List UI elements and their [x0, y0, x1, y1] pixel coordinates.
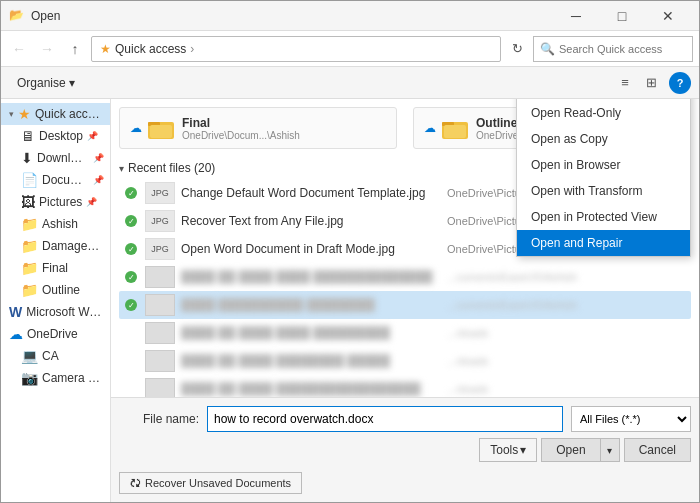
- documents-icon: 📄: [21, 172, 38, 188]
- folder-icon: 📁: [21, 216, 38, 232]
- dropdown-item-open-read-only[interactable]: Open Read-Only: [517, 100, 690, 126]
- sidebar-item-ca[interactable]: 💻 CA: [1, 345, 110, 367]
- open-button[interactable]: Open: [541, 438, 599, 462]
- search-input[interactable]: [559, 43, 686, 55]
- file-status: ✓: [123, 299, 139, 311]
- sidebar-item-label: Desktop: [39, 129, 83, 143]
- recover-label: Recover Unsaved Documents: [145, 477, 291, 489]
- sidebar-item-outline[interactable]: 📁 Outline: [1, 279, 110, 301]
- pc-icon: 💻: [21, 348, 38, 364]
- file-thumbnail: JPG: [145, 238, 175, 260]
- filename-row: File name: All Files (*.*): [119, 406, 691, 432]
- svg-rect-2: [150, 125, 172, 138]
- sidebar-item-label: Camera Roll: [42, 371, 104, 385]
- sidebar-item-label: CA: [42, 349, 59, 363]
- file-path: ...cuments\EaseUS\Ashish: [447, 271, 687, 283]
- file-name: ████ ██ ████ ████ ██████████████: [181, 270, 441, 284]
- back-button[interactable]: ←: [7, 37, 31, 61]
- dropdown-item-open-in-protected[interactable]: Open in Protected View: [517, 204, 690, 230]
- quick-access-icon: ★: [18, 106, 31, 122]
- sidebar-item-label: Downloads: [37, 151, 89, 165]
- pinned-item-name: Final: [182, 116, 300, 130]
- file-status: ✓: [123, 243, 139, 255]
- pictures-icon: 🖼: [21, 194, 35, 210]
- dialog-icon: 📂: [9, 8, 25, 24]
- pinned-item-final[interactable]: ☁ Final OneDrive\Docum...\Ashish: [119, 107, 397, 149]
- onedrive-icon: ☁: [9, 326, 23, 342]
- sidebar-item-damaged[interactable]: 📁 Damaged Docu…: [1, 235, 110, 257]
- sidebar-item-label: OneDrive: [27, 327, 78, 341]
- dropdown-item-open-as-copy[interactable]: Open as Copy: [517, 126, 690, 152]
- path-arrow: ›: [190, 42, 194, 56]
- minimize-button[interactable]: ─: [553, 1, 599, 31]
- dropdown-item-open-with-transform[interactable]: Open with Transform: [517, 178, 690, 204]
- open-dialog: 📂 Open ─ □ ✕ ← → ↑ ★ Quick access › ↻ 🔍 …: [0, 0, 700, 503]
- refresh-button[interactable]: ↻: [505, 37, 529, 61]
- file-thumbnail: [145, 266, 175, 288]
- bottom-bar: File name: All Files (*.*) Tools ▾ Open …: [111, 397, 699, 502]
- sidebar-item-msword[interactable]: W Microsoft Word: [1, 301, 110, 323]
- dropdown-item-open-and-repair[interactable]: Open and Repair: [517, 230, 690, 256]
- sidebar-item-pictures[interactable]: 🖼 Pictures 📌: [1, 191, 110, 213]
- filename-input[interactable]: [207, 406, 563, 432]
- recover-unsaved-button[interactable]: 🗘 Recover Unsaved Documents: [119, 472, 302, 494]
- sidebar-item-ashish[interactable]: 📁 Ashish: [1, 213, 110, 235]
- status-ok-icon: ✓: [125, 187, 137, 199]
- cloud-icon: ☁: [130, 121, 142, 135]
- file-row[interactable]: ✓ ████ ██ ████ ████ ██████████████ ...cu…: [119, 263, 691, 291]
- file-row[interactable]: ████ ██ ████ ████████ █████ ...nloads: [119, 347, 691, 375]
- pinned-item-info: Final OneDrive\Docum...\Ashish: [182, 116, 300, 141]
- file-name: Recover Text from Any File.jpg: [181, 214, 441, 228]
- sidebar-item-onedrive[interactable]: ☁ OneDrive: [1, 323, 110, 345]
- filetype-select[interactable]: All Files (*.*): [571, 406, 691, 432]
- address-path[interactable]: ★ Quick access ›: [91, 36, 501, 62]
- file-thumbnail: JPG: [145, 210, 175, 232]
- file-name: ████ ██ ████ █████████████████: [181, 382, 441, 396]
- tools-label: Tools: [490, 443, 518, 457]
- file-row[interactable]: ████ ██ ████ █████████████████ ...nloads: [119, 375, 691, 397]
- file-name: ████ ██ ████ ████████ █████: [181, 354, 441, 368]
- main-content: ▾ ★ Quick access 🖥 Desktop 📌 ⬇ Downloads…: [1, 99, 699, 502]
- file-thumbnail: [145, 350, 175, 372]
- downloads-icon: ⬇: [21, 150, 33, 166]
- file-path: ...nloads: [447, 327, 687, 339]
- pin-icon: 📌: [93, 175, 104, 185]
- search-box[interactable]: 🔍: [533, 36, 693, 62]
- maximize-button[interactable]: □: [599, 1, 645, 31]
- status-ok-icon: ✓: [125, 215, 137, 227]
- address-bar: ← → ↑ ★ Quick access › ↻ 🔍: [1, 31, 699, 67]
- sidebar-item-label: Pictures: [39, 195, 82, 209]
- file-row[interactable]: ✓ ████ ██████████ ████████ ...cuments\Ea…: [119, 291, 691, 319]
- status-ok-icon: ✓: [125, 299, 137, 311]
- tools-arrow-icon: ▾: [520, 443, 526, 457]
- close-button[interactable]: ✕: [645, 1, 691, 31]
- toolbar: Organise ▾ ≡ ⊞ ?: [1, 67, 699, 99]
- sidebar-item-desktop[interactable]: 🖥 Desktop 📌: [1, 125, 110, 147]
- cloud-icon: ☁: [424, 121, 436, 135]
- file-status: ✓: [123, 215, 139, 227]
- view-buttons: ≡ ⊞: [613, 71, 663, 95]
- dropdown-item-open-in-browser[interactable]: Open in Browser: [517, 152, 690, 178]
- view-grid-button[interactable]: ⊞: [639, 71, 663, 95]
- sidebar-item-label: Final: [42, 261, 68, 275]
- folder-icon: 📁: [21, 282, 38, 298]
- open-dropdown-button[interactable]: ▾: [600, 438, 620, 462]
- file-thumbnail: [145, 322, 175, 344]
- collapse-arrow-icon: ▾: [9, 109, 14, 119]
- view-list-button[interactable]: ≡: [613, 71, 637, 95]
- up-button[interactable]: ↑: [63, 37, 87, 61]
- organise-arrow-icon: ▾: [69, 76, 75, 90]
- file-name: Change Default Word Document Template.jp…: [181, 186, 441, 200]
- svg-rect-5: [444, 125, 466, 138]
- sidebar-item-camera-roll[interactable]: 📷 Camera Roll: [1, 367, 110, 389]
- cancel-button[interactable]: Cancel: [624, 438, 691, 462]
- organise-button[interactable]: Organise ▾: [9, 73, 83, 93]
- tools-button[interactable]: Tools ▾: [479, 438, 537, 462]
- file-row[interactable]: ████ ██ ████ ████ █████████ ...nloads: [119, 319, 691, 347]
- sidebar-item-documents[interactable]: 📄 Documents 📌: [1, 169, 110, 191]
- forward-button[interactable]: →: [35, 37, 59, 61]
- sidebar-item-downloads[interactable]: ⬇ Downloads 📌: [1, 147, 110, 169]
- sidebar-item-final[interactable]: 📁 Final: [1, 257, 110, 279]
- help-button[interactable]: ?: [669, 72, 691, 94]
- sidebar-item-quick-access[interactable]: ▾ ★ Quick access: [1, 103, 110, 125]
